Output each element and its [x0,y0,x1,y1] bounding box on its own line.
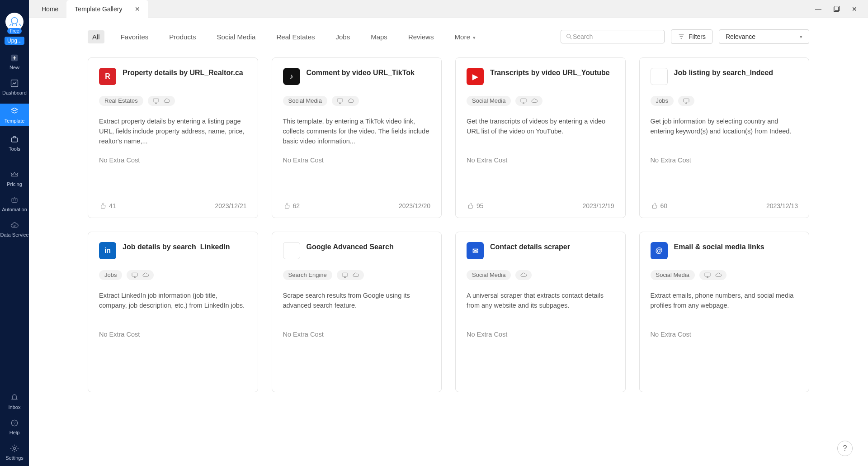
category-chip: Jobs [651,96,674,106]
tab-template-gallery[interactable]: Template Gallery ✕ [66,0,148,18]
cat-maps[interactable]: Maps [366,30,392,43]
card-footer: 62 2023/12/20 [283,202,431,209]
robot-icon [9,195,19,205]
close-icon[interactable]: ✕ [135,5,140,13]
sidebar-item-label: Inbox [9,404,21,410]
platform-chip [515,96,542,106]
template-card[interactable]: Google Advanced Search Search Engine Scr… [272,232,442,392]
desktop-icon [520,97,527,105]
sidebar-item-pricing[interactable]: Pricing [0,170,29,187]
cat-all[interactable]: All [88,30,104,43]
template-card[interactable]: ♪ Comment by video URL_TikTok Social Med… [272,57,442,218]
card-footer: 60 2023/12/13 [651,202,798,209]
template-card[interactable]: @ Email & social media links Social Medi… [639,232,810,392]
svg-point-6 [15,200,16,200]
dashboard-icon [9,78,19,88]
help-bubble[interactable]: ? [837,441,853,456]
category-chip: Search Engine [283,270,332,280]
category-chip: Jobs [99,270,122,280]
svg-rect-13 [153,99,159,102]
chevron-down-icon: ▾ [473,35,476,40]
card-title: Comment by video URL_TikTok [307,68,415,78]
thumbs-up-icon [99,202,106,209]
card-cost: No Extra Cost [99,331,247,338]
sidebar-item-automation[interactable]: Automation [0,195,29,212]
card-chips: Social Media [283,96,431,106]
search-input-wrap[interactable] [561,30,665,43]
svg-rect-15 [521,99,526,102]
sort-select[interactable]: Relevance ▾ [719,29,809,44]
tab-label: Template Gallery [75,5,122,13]
cat-more[interactable]: More▾ [450,30,480,43]
card-description: Get the transcripts of videos by enterin… [467,117,614,147]
card-description: This template, by entering a TikTok vide… [283,117,431,147]
svg-rect-17 [132,273,137,276]
cat-jobs[interactable]: Jobs [331,30,355,43]
thumbs-up-icon [651,202,658,209]
card-chips: Real Estates [99,96,247,106]
card-cost: No Extra Cost [651,331,798,338]
bell-icon [9,393,19,403]
cat-products[interactable]: Products [165,30,200,43]
sort-label: Relevance [726,33,755,40]
template-card[interactable]: R Property details by URL_Realtor.ca Rea… [88,57,258,218]
category-chip: Social Media [283,96,327,106]
sidebar-item-label: Tools [9,146,20,152]
card-logo: @ [651,242,668,259]
template-card[interactable]: in Job details by search_LinkedIn Jobs E… [88,232,258,392]
sidebar-item-new[interactable]: New [0,53,29,70]
desktop-icon [704,271,711,279]
filters-button[interactable]: Filters [671,29,712,44]
card-date: 2023/12/21 [215,202,246,209]
template-card[interactable]: ▶ Transcripts by video URL_Youtube Socia… [455,57,626,218]
sidebar-item-help[interactable]: ? Help [0,418,29,435]
close-button[interactable]: ✕ [845,0,863,18]
minimize-button[interactable]: — [809,0,827,18]
category-chip: Social Media [651,270,695,280]
cat-social-media[interactable]: Social Media [212,30,260,43]
desktop-icon [341,271,349,279]
gear-icon [9,443,19,453]
plan-badge: Free [7,28,22,34]
sidebar-item-template[interactable]: Template [0,104,29,126]
sidebar-item-tools[interactable]: Tools [0,134,29,152]
maximize-button[interactable] [827,0,845,18]
tab-home[interactable]: Home [33,0,66,18]
svg-rect-14 [337,99,343,102]
card-description: Extract LinkedIn job information (job ti… [99,291,247,321]
svg-rect-3 [11,138,17,142]
sidebar-item-inbox[interactable]: Inbox [0,393,29,410]
plus-icon [9,53,19,63]
sidebar-item-dashboard[interactable]: Dashboard [0,78,29,95]
category-chip: Social Media [467,96,511,106]
right-controls: Filters Relevance ▾ [561,29,809,44]
desktop-icon [683,97,690,105]
sidebar-item-data-service[interactable]: Data Service [0,220,29,238]
card-logo [283,242,300,259]
template-card[interactable]: ✉ Contact details scraper Social Media A… [455,232,626,392]
octopus-icon [8,15,21,28]
card-logo [651,68,668,85]
cat-reviews[interactable]: Reviews [404,30,439,43]
tab-label: Home [42,5,58,13]
platform-chip [699,270,726,280]
upgrade-button[interactable]: Upg... [5,37,24,45]
card-title: Contact details scraper [490,242,570,252]
thumbs-up-icon [467,202,474,209]
cat-favorites[interactable]: Favorites [116,30,153,43]
cloud-icon [163,97,170,105]
search-input[interactable] [573,33,660,40]
crown-icon [9,170,19,180]
card-title: Email & social media links [674,242,764,252]
cat-real-estates[interactable]: Real Estates [272,30,319,43]
card-cost: No Extra Cost [467,157,614,164]
card-title: Property details by URL_Realtor.ca [123,68,243,78]
card-footer: 41 2023/12/21 [99,202,247,209]
cat-label: More [455,33,470,41]
platform-chip [148,96,175,106]
chevron-down-icon: ▾ [800,34,802,40]
sidebar-item-settings[interactable]: Settings [0,443,29,461]
card-chips: Social Media [651,270,798,280]
template-card[interactable]: Job listing by search_Indeed Jobs Get jo… [639,57,810,218]
cloud-icon [520,271,527,279]
